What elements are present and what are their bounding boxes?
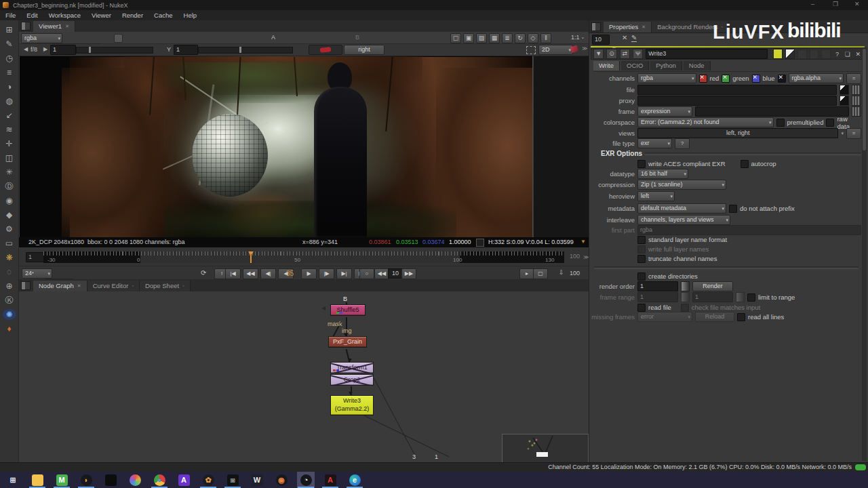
create-dirs-checkbox[interactable] — [637, 272, 646, 281]
toolbar-merge-icon[interactable]: ≋ — [3, 124, 16, 135]
format-window-icon[interactable]: ▣ — [463, 33, 474, 43]
toolbar-metadata-icon[interactable]: ◆ — [3, 209, 16, 220]
toolbar-color-icon[interactable]: ◑ — [3, 81, 16, 92]
truncate-checkbox[interactable] — [637, 255, 646, 263]
alpha-channel-dropdown[interactable]: rgba.alpha — [789, 73, 844, 83]
prev-keyframe-button[interactable]: ◀◀ — [243, 268, 258, 279]
taskbar-acrobat-icon[interactable]: A — [321, 472, 339, 488]
menu-item[interactable]: Viewer — [86, 12, 117, 19]
proxy-input[interactable] — [637, 96, 837, 106]
node-tree-icon[interactable]: Ψ — [633, 49, 643, 59]
refresh-icon[interactable]: ↻ — [515, 33, 526, 43]
max-nodes-input[interactable]: 10 — [592, 35, 610, 45]
channels-dropdown[interactable]: rgba — [637, 73, 696, 83]
read-all-lines-checkbox[interactable] — [737, 313, 745, 321]
menu-item[interactable]: File — [0, 12, 21, 19]
loop-mode-icon[interactable]: ⟳ — [201, 269, 206, 277]
toolbar-3d-icon[interactable]: ◫ — [3, 152, 16, 163]
toolbar-other-icon[interactable]: ▭ — [3, 238, 16, 249]
annotate-icon[interactable] — [570, 45, 578, 53]
write-aces-checkbox[interactable] — [637, 160, 646, 168]
minimize-button[interactable]: – — [811, 1, 814, 7]
frame-expression-input[interactable] — [695, 106, 849, 117]
node-name-input[interactable]: Write3 — [646, 49, 767, 59]
taskbar-blender-icon[interactable]: ◉ — [273, 472, 290, 488]
stack-mode-icon[interactable]: ▦ — [489, 33, 500, 43]
heroview-dropdown[interactable]: left — [637, 191, 675, 201]
tab-dope-sheet[interactable]: Dope Sheet◦ — [140, 281, 191, 291]
fps-dropdown[interactable]: 24* — [22, 268, 52, 279]
toolbar-time-icon[interactable]: ◷ — [3, 53, 16, 64]
green-checkbox[interactable] — [722, 75, 730, 83]
current-frame-display[interactable]: 35 — [286, 270, 294, 277]
scanline-icon[interactable]: ≣ — [502, 33, 513, 43]
frame-mode-dropdown[interactable]: expression — [637, 106, 692, 117]
gain-slider[interactable] — [76, 47, 153, 54]
channels-more-button[interactable]: = — [846, 73, 861, 84]
proxy-toggle-icon[interactable]: ◇ — [528, 33, 538, 43]
pause-icon[interactable]: ‖ — [540, 33, 551, 43]
close-panel-icon[interactable]: ✕ — [854, 51, 862, 58]
taskbar-resolve-icon[interactable]: ✿ — [199, 472, 217, 488]
interleave-dropdown[interactable]: channels, layers and views — [637, 215, 730, 225]
node-crop2[interactable]: Crop2 — [330, 374, 374, 386]
maximize-button[interactable]: ❐ — [833, 1, 838, 7]
export-icon[interactable]: ⇩ — [559, 269, 564, 276]
node-pxf-grain[interactable]: PxF_Grain — [328, 336, 367, 348]
render-button[interactable]: Render — [692, 281, 733, 291]
autocrop-checkbox[interactable] — [741, 160, 749, 168]
gamma-slider[interactable] — [198, 47, 293, 54]
datatype-dropdown[interactable]: 16 bit half — [637, 169, 688, 179]
prev-aperture-icon[interactable]: ◀ — [24, 46, 28, 52]
tab-python[interactable]: Python — [650, 61, 682, 70]
node-transform1[interactable]: Transform1 — [330, 362, 374, 373]
tab-write[interactable]: Write — [593, 61, 620, 70]
render-order-input[interactable]: 1 — [637, 281, 678, 291]
red-checkbox[interactable] — [699, 75, 707, 83]
tab-curve-editor[interactable]: Curve Editor◦ — [87, 281, 140, 291]
taskbar-explorer-icon[interactable] — [28, 472, 46, 488]
tab-properties[interactable]: Properties✕ — [604, 22, 652, 33]
tab-node-graph[interactable]: Node Graph✕ — [33, 281, 87, 291]
std-layer-checkbox[interactable] — [637, 236, 646, 244]
toolbar-channel-icon[interactable]: ≡ — [3, 67, 16, 78]
taskbar-paint-icon[interactable] — [126, 472, 144, 488]
compression-dropdown[interactable]: Zip (1 scanline) — [637, 180, 726, 190]
toolbar-particles-icon[interactable]: ✳ — [3, 167, 16, 178]
toolbar-keylight-icon[interactable]: Ⓚ — [3, 295, 16, 306]
first-frame-button[interactable]: |◀ — [225, 268, 241, 279]
edit-node-icon[interactable]: ✎ — [631, 34, 637, 42]
file-type-help-button[interactable]: ? — [675, 138, 690, 149]
read-file-checkbox[interactable] — [637, 304, 646, 312]
gl-color-swatch[interactable] — [785, 49, 795, 59]
taskbar-edge-icon[interactable]: e — [346, 472, 363, 488]
viewer-canvas[interactable] — [20, 56, 533, 237]
toolbar-flame-icon[interactable]: ♦ — [3, 323, 16, 334]
toolbar-target-icon[interactable]: ⊕ — [3, 281, 16, 291]
viewer-splitter-line[interactable] — [532, 56, 533, 237]
display-window-icon[interactable]: ▢ — [450, 33, 461, 43]
file-type-dropdown[interactable]: exr — [637, 138, 672, 148]
node-color-menu-icon[interactable]: ▼ — [593, 49, 604, 59]
toolbar-keyer-icon[interactable]: ↙ — [3, 110, 16, 121]
file-browse-icon[interactable] — [840, 85, 849, 95]
close-icon[interactable]: ✕ — [77, 281, 81, 291]
toolbar-filter-icon[interactable]: ◍ — [3, 96, 16, 106]
roi-icon[interactable] — [526, 46, 536, 54]
views-selector[interactable]: left, right — [637, 128, 838, 138]
frame-back-step-button[interactable]: ◀◀ — [374, 268, 389, 279]
compare-icon[interactable]: ▢ — [533, 268, 548, 279]
metadata-dropdown[interactable]: default metadata — [637, 203, 726, 214]
file-history-icon[interactable] — [852, 85, 861, 95]
toolbar-draw-icon[interactable]: ✎ — [3, 39, 16, 49]
loop-toggle-button[interactable]: ○ — [359, 268, 374, 279]
toolbar-image-icon[interactable]: ⊞ — [3, 24, 16, 35]
close-button[interactable]: ✕ — [854, 1, 860, 7]
blue-checkbox[interactable] — [752, 75, 760, 83]
tab-node[interactable]: Node — [684, 61, 711, 70]
render-order-slider-icon[interactable] — [681, 281, 690, 291]
node-color-swatch[interactable] — [773, 49, 783, 59]
taskbar-dark-app-icon[interactable] — [102, 472, 119, 488]
taskbar-medibang-icon[interactable]: M — [53, 472, 71, 488]
taskbar-obs-icon[interactable]: ◔ — [297, 472, 315, 488]
